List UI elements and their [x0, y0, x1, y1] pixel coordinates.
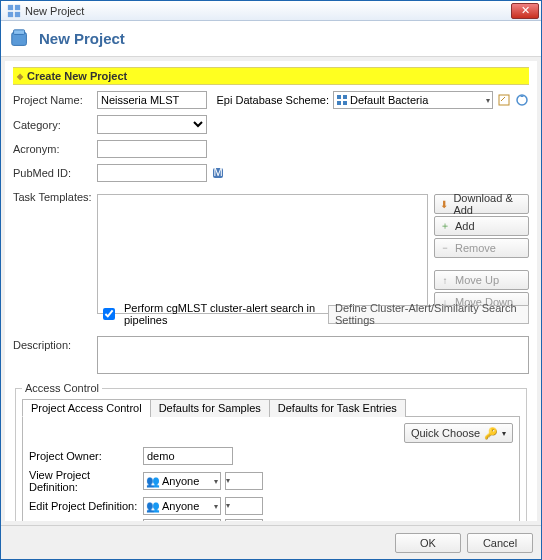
edit-scheme-icon[interactable] [497, 93, 511, 107]
project-name-input[interactable] [97, 91, 207, 109]
refresh-icon[interactable] [515, 93, 529, 107]
project-owner-input[interactable] [143, 447, 233, 465]
pubmed-label: PubMed ID: [13, 167, 93, 179]
epi-scheme-label: Epi Database Scheme: [216, 94, 329, 106]
tab-project-access[interactable]: Project Access Control [22, 399, 151, 417]
edit-def-label: Edit Project Definition: [29, 500, 139, 512]
move-up-button[interactable]: ↑Move Up [434, 270, 529, 290]
pubmed-lookup-icon[interactable]: M [211, 166, 225, 180]
project-name-label: Project Name: [13, 94, 93, 106]
svg-rect-5 [14, 29, 25, 34]
cancel-button[interactable]: Cancel [467, 533, 533, 553]
view-def-label: View Project Definition: [29, 469, 139, 493]
project-owner-label: Project Owner: [29, 450, 139, 462]
svg-rect-9 [343, 101, 347, 105]
access-control-fieldset: Access Control Project Access Control De… [15, 382, 527, 521]
banner: ◆ Create New Project [13, 67, 529, 85]
download-icon: ⬇ [439, 198, 449, 210]
view-def-select[interactable]: 👥Anyone [143, 472, 221, 490]
quick-choose-button[interactable]: Quick Choose 🔑 ▾ [404, 423, 513, 443]
create-sample-select[interactable]: 👥Anyone [143, 519, 221, 521]
svg-rect-1 [15, 4, 20, 9]
svg-rect-7 [343, 95, 347, 99]
svg-rect-3 [15, 11, 20, 16]
svg-rect-0 [8, 4, 13, 9]
download-add-button[interactable]: ⬇Download & Add [434, 194, 529, 214]
create-sample-secondary[interactable] [225, 519, 263, 521]
description-textarea[interactable] [97, 336, 529, 374]
dialog-window: New Project ✕ New Project ◆ Create New P… [0, 0, 542, 560]
ok-button[interactable]: OK [395, 533, 461, 553]
category-select[interactable] [97, 115, 207, 134]
define-cluster-button[interactable]: Define Cluster-Alert/Similarity Search S… [328, 305, 529, 324]
content-area: ◆ Create New Project Project Name: Epi D… [5, 61, 537, 521]
svg-rect-8 [337, 101, 341, 105]
scheme-icon [336, 94, 348, 106]
key-icon: 🔑 [484, 427, 498, 440]
description-label: Description: [13, 336, 93, 351]
tab-defaults-samples[interactable]: Defaults for Samples [150, 399, 270, 417]
pubmed-input[interactable] [97, 164, 207, 182]
tab-defaults-tasks[interactable]: Defaults for Task Entries [269, 399, 406, 417]
window-title: New Project [25, 5, 511, 17]
svg-rect-10 [499, 95, 509, 105]
perform-cgmlst-checkbox[interactable] [103, 308, 115, 320]
task-templates-label: Task Templates: [13, 188, 93, 203]
svg-rect-2 [8, 11, 13, 16]
view-def-secondary[interactable] [225, 472, 263, 490]
task-templates-list[interactable] [97, 194, 428, 314]
minus-icon: － [439, 242, 451, 254]
tab-body: Quick Choose 🔑 ▾ Project Owner: View Pro… [22, 417, 520, 521]
svg-rect-6 [337, 95, 341, 99]
users-icon: 👥 [146, 475, 160, 488]
edit-def-select[interactable]: 👥Anyone [143, 497, 221, 515]
banner-text: Create New Project [27, 70, 127, 82]
dialog-header: New Project [1, 21, 541, 57]
acronym-label: Acronym: [13, 143, 93, 155]
app-icon [7, 4, 21, 18]
access-control-tabs: Project Access Control Defaults for Samp… [22, 398, 520, 417]
users-icon: 👥 [146, 500, 160, 513]
acronym-input[interactable] [97, 140, 207, 158]
access-control-legend: Access Control [22, 382, 102, 394]
edit-def-secondary[interactable] [225, 497, 263, 515]
diamond-icon: ◆ [17, 72, 23, 81]
titlebar: New Project ✕ [1, 1, 541, 21]
svg-text:M: M [213, 166, 222, 178]
epi-scheme-value: Default Bacteria [350, 94, 428, 106]
project-icon [9, 28, 31, 50]
remove-button[interactable]: －Remove [434, 238, 529, 258]
epi-scheme-select[interactable]: Default Bacteria [333, 91, 493, 109]
arrow-up-icon: ↑ [439, 274, 451, 286]
plus-icon: ＋ [439, 220, 451, 232]
close-button[interactable]: ✕ [511, 3, 539, 19]
chevron-down-icon: ▾ [502, 429, 506, 438]
close-icon: ✕ [521, 4, 530, 17]
dialog-footer: OK Cancel [1, 525, 541, 559]
category-label: Category: [13, 119, 93, 131]
perform-cgmlst-label: Perform cgMLST cluster-alert search in p… [124, 302, 322, 326]
page-title: New Project [39, 30, 125, 47]
add-button[interactable]: ＋Add [434, 216, 529, 236]
